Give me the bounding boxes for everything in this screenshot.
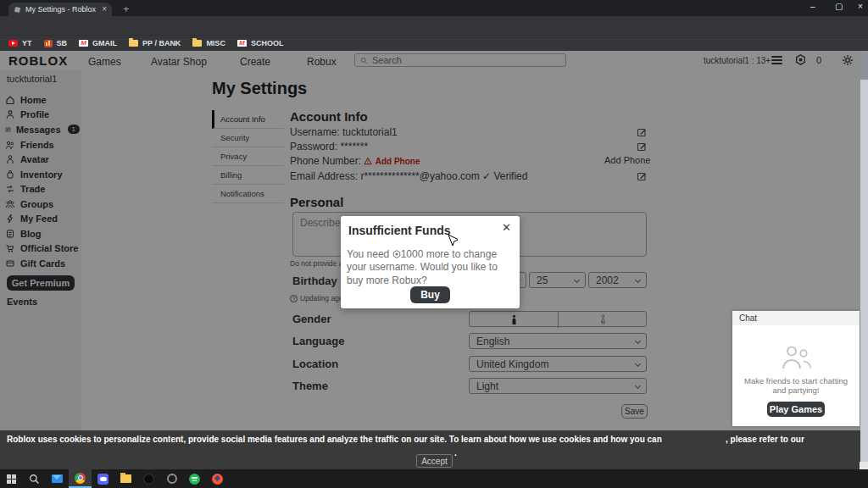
browser-toolbar: ← → ⟳ roblox.com/my/account#!/info ☆ 1 I… <box>0 16 868 35</box>
taskbar <box>0 469 868 488</box>
tab-strip: My Settings - Roblox × + – ▢ × <box>0 0 868 16</box>
scrollbar-thumb[interactable] <box>860 51 868 80</box>
buy-button[interactable]: Buy <box>410 286 450 303</box>
bookmark-pp-bank[interactable]: PP / BANK <box>129 39 181 47</box>
search-icon <box>29 474 40 485</box>
tab-title: My Settings - Roblox <box>25 5 97 14</box>
bookmark-misc[interactable]: MISC <box>192 39 225 47</box>
chat-header[interactable]: Chat <box>732 311 860 325</box>
modal-body: You need 1000 more to change your userna… <box>347 248 515 287</box>
cookie-banner: Roblox uses cookies to personalize conte… <box>0 430 868 469</box>
cookie-text-before: Roblox uses cookies to personalize conte… <box>7 435 662 444</box>
roblox-favicon <box>14 6 21 14</box>
new-tab-button[interactable]: + <box>123 3 130 15</box>
ring-app-icon <box>167 474 177 484</box>
accept-cookies-button[interactable]: Accept <box>416 454 453 468</box>
bookmark-yt[interactable]: YT <box>8 39 32 47</box>
taskbar-discord-app[interactable] <box>92 469 114 488</box>
taskbar-app-2[interactable] <box>160 469 183 488</box>
chat-widget: Chat Make friends to start chatting and … <box>732 311 860 426</box>
taskbar-spotify-app[interactable] <box>183 469 206 488</box>
modal-title: Insufficient Funds <box>348 224 451 237</box>
taskbar-chrome-app[interactable] <box>69 469 92 488</box>
mouse-cursor <box>448 234 458 249</box>
bookmarks-bar: YT SB MGMAIL PP / BANK MISC MSCHOOL <box>0 35 868 51</box>
page-scrollbar[interactable] <box>860 51 868 469</box>
tab-close-icon[interactable]: × <box>102 5 107 14</box>
chat-empty-text: Make friends to start chatting <box>732 376 860 385</box>
friends-empty-icon <box>779 344 813 369</box>
gmail-icon: M <box>237 40 247 47</box>
folder-icon <box>192 40 202 47</box>
windows-icon <box>7 474 16 484</box>
red-chart-icon <box>44 40 53 47</box>
robux-icon <box>392 250 401 258</box>
scrollbar-corner <box>860 462 868 469</box>
discord-icon <box>97 474 108 485</box>
screen: My Settings - Roblox × + – ▢ × ← → ⟳ rob… <box>0 0 868 488</box>
folder-icon <box>129 40 138 47</box>
window-close-button[interactable]: × <box>858 2 863 11</box>
bookmark-school[interactable]: MSCHOOL <box>237 39 284 47</box>
chat-empty-text: and partying! <box>732 385 860 395</box>
browser-tab[interactable]: My Settings - Roblox × <box>8 3 112 16</box>
youtube-icon <box>8 40 18 47</box>
spotify-icon <box>189 474 200 485</box>
file-explorer-icon <box>120 474 131 483</box>
taskbar-file-explorer[interactable] <box>114 469 137 488</box>
window-minimize-button[interactable]: – <box>810 2 815 11</box>
insufficient-funds-modal: Insufficient Funds ✕ You need 1000 more … <box>341 216 520 308</box>
modal-close-icon[interactable]: ✕ <box>502 221 511 234</box>
taskbar-app-1[interactable] <box>137 469 160 488</box>
bookmark-gmail[interactable]: MGMAIL <box>79 39 117 47</box>
cookie-text-line2: . <box>454 448 457 458</box>
taskbar-app-3[interactable] <box>206 469 229 488</box>
chrome-icon <box>75 473 86 484</box>
bookmark-sb[interactable]: SB <box>44 39 68 47</box>
window-maximize-button[interactable]: ▢ <box>835 2 843 11</box>
taskbar-search-button[interactable] <box>23 469 46 488</box>
taskbar-mail-app[interactable] <box>46 469 69 488</box>
play-games-button[interactable]: Play Games <box>767 402 825 417</box>
gmail-icon: M <box>79 40 88 47</box>
dark-circle-app-icon <box>143 474 154 485</box>
orange-app-icon <box>212 474 223 485</box>
cookie-text-after: , please refer to our <box>726 435 804 444</box>
mail-icon <box>52 474 63 483</box>
windows-start-button[interactable] <box>0 469 23 488</box>
